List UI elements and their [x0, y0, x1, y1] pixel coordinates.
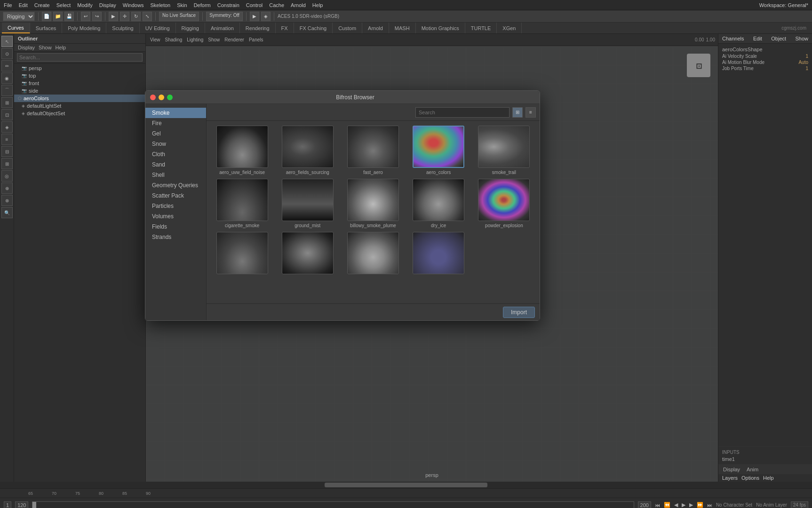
asset-aero-uvw[interactable]: aero_uvw_field_noise — [211, 126, 273, 175]
tab-rigging[interactable]: Rigging — [176, 23, 205, 33]
tool7[interactable]: ⊡ — [1, 109, 13, 120]
asset-cigarette[interactable]: cigarette_smoke — [211, 179, 273, 228]
bifrost-search-input[interactable] — [415, 107, 509, 118]
category-snow[interactable]: Snow — [145, 139, 206, 149]
tree-item-side[interactable]: 📷 side — [14, 87, 145, 95]
category-volumes[interactable]: Volumes — [145, 211, 206, 222]
rotate-btn[interactable]: ↻ — [131, 12, 141, 21]
timeline-cursor[interactable] — [32, 502, 36, 508]
menu-skin[interactable]: Skin — [177, 2, 187, 8]
tab-mash[interactable]: MASH — [389, 23, 416, 33]
next-frame-end[interactable]: ⏭ — [707, 502, 712, 508]
mode-dropdown[interactable]: Rigging — [3, 12, 35, 21]
channels-show[interactable]: Show — [795, 36, 808, 41]
import-button[interactable]: Import — [503, 307, 535, 318]
open-btn[interactable]: 📁 — [53, 12, 63, 21]
close-button[interactable] — [150, 95, 156, 100]
menu-display[interactable]: Display — [99, 2, 116, 8]
maximize-button[interactable] — [167, 95, 173, 100]
asset-fast-aero[interactable]: fast_aero — [342, 126, 404, 175]
channels-edit[interactable]: Edit — [753, 36, 762, 41]
tab-fx[interactable]: FX — [276, 23, 294, 33]
asset-item7[interactable] — [277, 232, 338, 276]
move-btn[interactable]: ✛ — [120, 12, 129, 21]
tab-fx-caching[interactable]: FX Caching — [294, 23, 333, 33]
category-cloth[interactable]: Cloth — [145, 149, 206, 159]
tree-item-persp[interactable]: 📷 persp — [14, 64, 145, 72]
menu-deform[interactable]: Deform — [194, 2, 211, 8]
asset-item9[interactable] — [408, 232, 470, 276]
category-shell[interactable]: Shell — [145, 170, 206, 180]
tab-display[interactable]: Display — [720, 466, 743, 473]
category-gel[interactable]: Gel — [145, 128, 206, 139]
scrollbar-track[interactable] — [0, 482, 812, 488]
outliner-search-input[interactable] — [17, 53, 143, 62]
redo-btn[interactable]: ↪ — [92, 12, 102, 21]
asset-aero-colors[interactable]: aero_colors — [408, 126, 470, 175]
tab-animation[interactable]: Animation — [205, 23, 240, 33]
menu-windows[interactable]: Windows — [123, 2, 144, 8]
timeline-end2[interactable]: 200 — [638, 501, 651, 508]
timeline-track[interactable] — [32, 501, 634, 508]
sub-options[interactable]: Options — [741, 475, 759, 481]
asset-smoke-trail[interactable]: smoke_trail — [473, 126, 535, 175]
bifrost-browser[interactable]: Bifrost Browser Smoke Fire Gel Snow Clot… — [145, 90, 540, 321]
timeline-end[interactable]: 120 — [15, 501, 28, 508]
outliner-help[interactable]: Help — [56, 45, 66, 50]
live-surface-btn[interactable]: No Live Surface — [159, 12, 199, 21]
asset-dry-ice[interactable]: dry_ice — [408, 179, 470, 228]
tree-item-aerocolors[interactable]: ⬡ aeroColors — [14, 95, 145, 102]
category-geometry-queries[interactable]: Geometry Queries — [145, 180, 206, 190]
tab-poly-modeling[interactable]: Poly Modeling — [62, 23, 106, 33]
category-strands[interactable]: Strands — [145, 232, 206, 242]
vp-shading[interactable]: Shading — [164, 37, 184, 43]
scale-btn[interactable]: ⤡ — [143, 12, 152, 21]
category-fire[interactable]: Fire — [145, 118, 206, 128]
vp-view[interactable]: View — [149, 37, 162, 43]
lasso-tool[interactable]: ⊙ — [1, 48, 13, 59]
category-particles[interactable]: Particles — [145, 201, 206, 211]
outliner-display[interactable]: Display — [18, 45, 35, 50]
vp-renderer[interactable]: Renderer — [223, 37, 246, 43]
tree-item-defaultlightset[interactable]: ◈ defaultLightSet — [14, 102, 145, 110]
tree-item-top[interactable]: 📷 top — [14, 72, 145, 79]
tab-turtle[interactable]: TURTLE — [465, 23, 497, 33]
asset-item6[interactable] — [211, 232, 273, 276]
symmetry-btn[interactable]: Symmetry: Off — [206, 12, 243, 21]
new-btn[interactable]: 📄 — [42, 12, 51, 21]
tool11[interactable]: ⊞ — [1, 158, 13, 169]
sub-layers[interactable]: Layers — [722, 475, 738, 481]
asset-billowy[interactable]: billowy_smoke_plume — [342, 179, 404, 228]
asset-item8[interactable] — [342, 232, 404, 276]
fps-display[interactable]: 24 fps — [791, 501, 808, 508]
menu-help[interactable]: Help — [312, 2, 323, 8]
asset-powder[interactable]: powder_explosion — [473, 179, 535, 228]
menu-skeleton[interactable]: Skeleton — [150, 2, 170, 8]
menu-edit[interactable]: Edit — [19, 2, 28, 8]
asset-ground-mist[interactable]: ground_mist — [277, 179, 338, 228]
menu-select[interactable]: Select — [56, 2, 71, 8]
tool14[interactable]: ⊗ — [1, 195, 13, 206]
list-view-btn[interactable]: ≡ — [525, 107, 536, 118]
prev-frame-start[interactable]: ⏮ — [655, 502, 660, 508]
char-set[interactable]: No Character Set — [716, 502, 752, 508]
channel-job-ports-value[interactable]: 1 — [805, 66, 808, 71]
channels-object[interactable]: Object — [771, 36, 786, 41]
tab-uv-editing[interactable]: UV Editing — [140, 23, 176, 33]
tab-sculpting[interactable]: Sculpting — [106, 23, 139, 33]
tool13[interactable]: ⊕ — [1, 183, 13, 194]
menu-file[interactable]: File — [4, 2, 12, 8]
paint-tool[interactable]: ✏ — [1, 60, 13, 71]
tab-anim[interactable]: Anim — [744, 466, 761, 473]
category-fields[interactable]: Fields — [145, 222, 206, 232]
tree-item-defaultobjectset[interactable]: ◈ defaultObjectSet — [14, 110, 145, 117]
anim-layer[interactable]: No Anim Layer — [756, 502, 787, 508]
tab-custom[interactable]: Custom — [333, 23, 362, 33]
tool6[interactable]: ⊞ — [1, 97, 13, 108]
prev-step[interactable]: ◀ — [674, 502, 678, 508]
grid-view-btn[interactable]: ⊞ — [512, 107, 523, 118]
select-tool[interactable]: ↖ — [1, 36, 13, 47]
undo-btn[interactable]: ↩ — [81, 12, 90, 21]
tool8[interactable]: ◈ — [1, 121, 13, 133]
vp-show[interactable]: Show — [207, 37, 221, 43]
